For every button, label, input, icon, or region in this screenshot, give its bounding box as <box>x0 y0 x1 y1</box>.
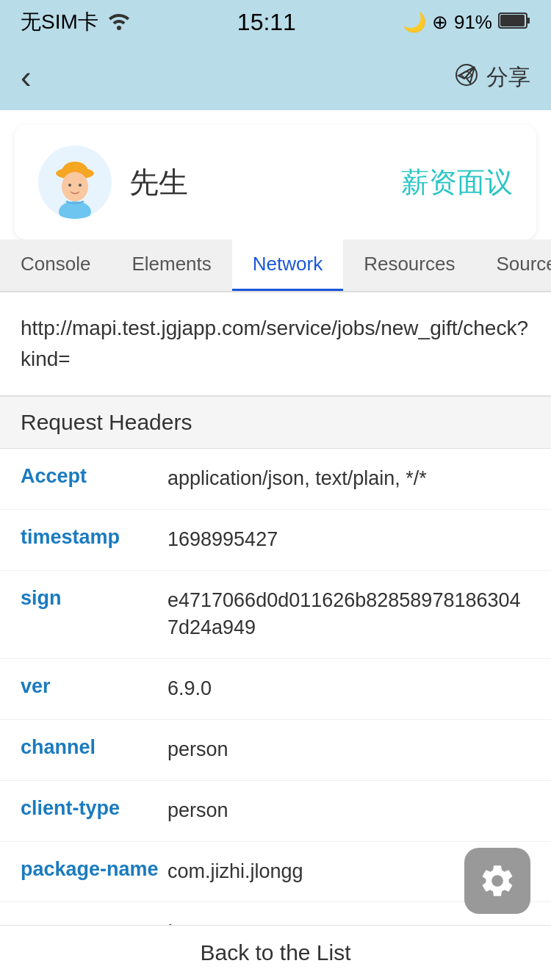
back-to-list-button[interactable]: Back to the List <box>200 940 350 965</box>
header-value-ver: 6.9.0 <box>168 675 530 703</box>
status-bar: 无SIM卡 15:11 🌙 ⊕ 91% <box>0 0 551 44</box>
devtools-tabs: Console Elements Network Resources Sourc… <box>0 239 551 292</box>
lock-icon: ⊕ <box>432 11 448 34</box>
status-left: 无SIM卡 <box>21 8 131 36</box>
tab-sources[interactable]: Sources <box>475 239 551 291</box>
share-label: 分享 <box>486 62 530 93</box>
header-key-sign: sign <box>21 587 168 610</box>
header-row-sign: sign e4717066d0d011626b828589781863047d2… <box>0 571 551 660</box>
profile-card: 先生 薪资面议 <box>15 125 536 239</box>
svg-point-8 <box>68 184 71 187</box>
header-row-ver: ver 6.9.0 <box>0 659 551 720</box>
svg-point-7 <box>62 172 88 201</box>
carrier-label: 无SIM卡 <box>21 8 98 36</box>
nav-bar: ‹ 分享 <box>0 44 551 110</box>
tab-elements[interactable]: Elements <box>111 239 231 291</box>
header-key-package-name: package-name <box>21 858 168 881</box>
header-row-channel: channel person <box>0 720 551 781</box>
bottom-bar[interactable]: Back to the List <box>0 925 551 980</box>
request-url: http://mapi.test.jgjapp.com/service/jobs… <box>21 317 528 370</box>
back-button[interactable]: ‹ <box>21 59 32 96</box>
header-key-timestamp: timestamp <box>21 526 168 549</box>
header-key-channel: channel <box>21 736 168 759</box>
header-value-timestamp: 1698995427 <box>168 526 530 554</box>
tab-network[interactable]: Network <box>232 239 343 291</box>
avatar <box>38 145 112 219</box>
header-value-channel: person <box>168 736 530 764</box>
header-key-ver: ver <box>21 675 168 698</box>
profile-salary: 薪资面议 <box>401 164 513 201</box>
share-button[interactable]: 分享 <box>454 62 530 93</box>
header-key-client-type: client-type <box>21 797 168 820</box>
profile-left: 先生 <box>38 145 188 219</box>
status-right: 🌙 ⊕ 91% <box>403 11 530 34</box>
request-headers-title: Request Headers <box>21 410 192 434</box>
header-row-accept: Accept application/json, text/plain, */* <box>0 449 551 510</box>
settings-fab[interactable] <box>464 848 530 914</box>
header-row-timestamp: timestamp 1698995427 <box>0 510 551 571</box>
header-value-sign: e4717066d0d011626b828589781863047d24a949 <box>168 587 530 643</box>
profile-name: 先生 <box>129 162 188 203</box>
header-value-client-type: person <box>168 797 530 825</box>
tab-console[interactable]: Console <box>0 239 111 291</box>
request-headers-section: Request Headers <box>0 396 551 449</box>
header-key-accept: Accept <box>21 465 168 488</box>
moon-icon: 🌙 <box>403 11 426 34</box>
header-row-client-type: client-type person <box>0 781 551 842</box>
battery-label: 91% <box>454 11 492 34</box>
svg-rect-1 <box>500 15 525 26</box>
time-label: 15:11 <box>237 9 296 36</box>
share-icon <box>454 62 479 93</box>
wifi-icon <box>107 10 131 35</box>
url-bar: http://mapi.test.jgjapp.com/service/jobs… <box>0 292 551 396</box>
header-value-accept: application/json, text/plain, */* <box>168 465 530 493</box>
svg-rect-2 <box>527 18 530 24</box>
svg-point-9 <box>79 184 82 187</box>
battery-icon <box>498 11 530 34</box>
tab-resources[interactable]: Resources <box>343 239 475 291</box>
